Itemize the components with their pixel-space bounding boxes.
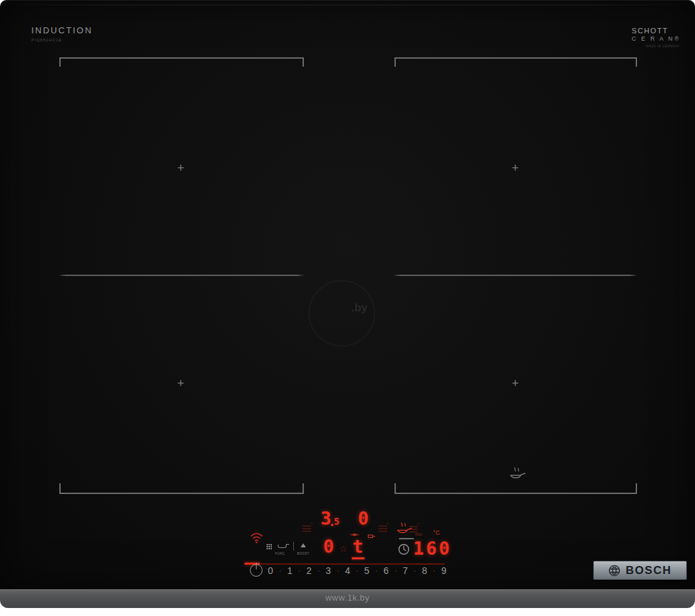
level-separator: · [337, 567, 339, 575]
pot-indicator-icon [378, 524, 387, 532]
min-label: min [415, 532, 422, 537]
decimal-dot [331, 524, 333, 526]
zone-divider-right [393, 275, 637, 276]
display-upper-left-decimal: 5 [334, 517, 339, 526]
level-separator: · [375, 567, 378, 575]
zone-center-mark: + [177, 377, 185, 389]
zone-center-mark: + [512, 162, 519, 174]
power-icon[interactable] [250, 564, 263, 577]
level-separator: · [433, 567, 436, 575]
mini-pan-icon [368, 535, 373, 538]
func-key-label: FUNC [275, 552, 285, 555]
zone-center-mark: + [177, 162, 185, 174]
schott-ceran-logo: SCHOTT C E R A N® MADE IN GERMANY [632, 27, 680, 48]
power-level-7[interactable]: 7 [402, 565, 408, 576]
level-separator: · [279, 567, 282, 575]
display-temperature: 160 [413, 539, 452, 557]
power-level-4[interactable]: 4 [345, 565, 350, 576]
key-divider [293, 542, 294, 551]
induction-branding: INDUCTION PIQ651HC1E [31, 25, 93, 42]
display-upper-right-power: 0 [358, 509, 368, 527]
bosch-anchor-icon [608, 565, 620, 577]
power-level-0[interactable]: 0 [268, 565, 273, 576]
pot-indicator-icon [303, 524, 311, 532]
induction-model-label: PIQ651HC1E [31, 38, 93, 42]
display-upper-left-power: 3 [321, 509, 331, 527]
power-level-1[interactable]: 1 [287, 565, 293, 576]
temp-unit-label: °C [433, 529, 440, 536]
bosch-induction-cooktop: INDUCTION PIQ651HC1E SCHOTT C E R A N® M… [0, 0, 695, 616]
zone-marker-bottom-left [59, 483, 304, 494]
ceramic-glass-surface: INDUCTION PIQ651HC1E SCHOTT C E R A N® M… [0, 0, 695, 589]
power-level-8[interactable]: 8 [422, 565, 427, 576]
zone-divider-left [59, 275, 305, 276]
power-level-9[interactable]: 9 [441, 565, 446, 576]
front-trim-strip: www.1k.by [0, 589, 695, 608]
schott-line2: C E R A N® [632, 35, 680, 42]
timer-rule [399, 538, 414, 539]
level-separator: · [317, 567, 320, 575]
level-separator: · [394, 567, 397, 575]
level-separator: · [298, 567, 301, 575]
bottom-watermark: www.1k.by [0, 593, 695, 603]
bosch-badge: BOSCH [593, 561, 687, 580]
bosch-wordmark: BOSCH [626, 564, 672, 577]
power-level-2[interactable]: 2 [307, 565, 312, 576]
power-level-3[interactable]: 3 [326, 565, 331, 576]
power-level-row[interactable]: 0·1·2·3·4·5·6·7·8·9 [268, 565, 446, 577]
frying-sensor-icon[interactable] [394, 521, 413, 536]
boost-icon[interactable] [301, 543, 306, 547]
center-watermark-text: .by [351, 301, 368, 315]
timer-clock-icon[interactable] [398, 543, 410, 555]
frying-sensor-icon [508, 465, 526, 481]
schott-subline: MADE IN GERMANY [632, 45, 680, 48]
level-separator: · [414, 567, 416, 575]
zone-center-mark: + [512, 377, 519, 389]
pan-function-icon[interactable] [278, 545, 287, 548]
power-level-5[interactable]: 5 [364, 565, 370, 576]
schott-line1: SCHOTT [632, 27, 680, 35]
wifi-icon[interactable] [250, 531, 263, 543]
display-lower-left-power: 0 [323, 537, 334, 555]
power-level-6[interactable]: 6 [383, 565, 388, 576]
boost-key-label: BOOST [297, 552, 309, 555]
display-lower-right-timer: t [352, 537, 363, 555]
zone-marker-top-left [59, 57, 304, 68]
induction-label: INDUCTION [31, 25, 93, 35]
level-separator: · [356, 567, 358, 575]
favorite-star-icon[interactable]: ☆ [339, 543, 348, 554]
zone-marker-bottom-right [394, 483, 637, 494]
zone-marker-top-right [394, 57, 637, 68]
flex-zone-icon[interactable] [267, 544, 268, 545]
timer-underline [352, 557, 364, 559]
